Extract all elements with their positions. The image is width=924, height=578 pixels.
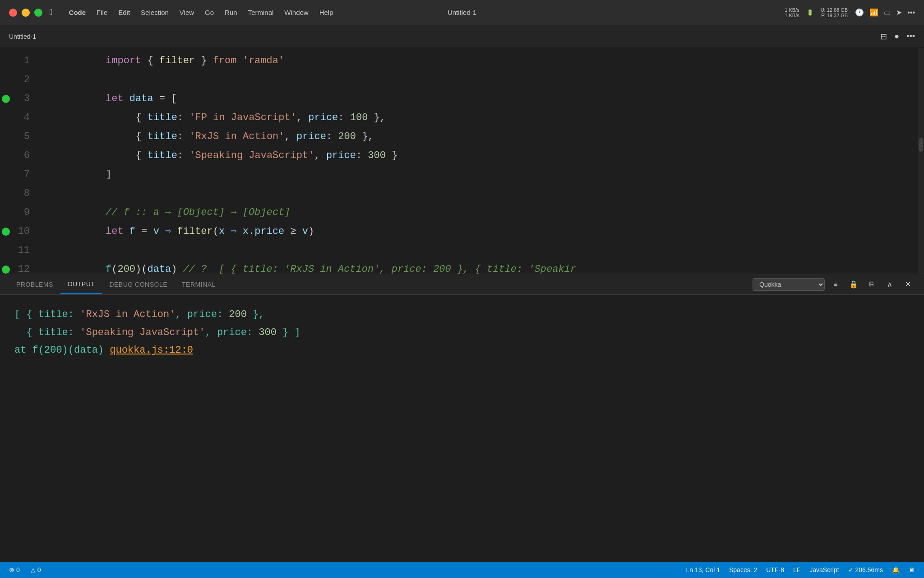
language-mode[interactable]: JavaScript: [809, 566, 839, 573]
menu-selection[interactable]: Selection: [135, 7, 174, 18]
menu-go[interactable]: Go: [199, 7, 219, 18]
clock-icon: 🕐: [855, 8, 864, 17]
encoding[interactable]: UTF-8: [766, 566, 784, 573]
memory-stats: U: 12.68 GB F: 19.32 GB: [821, 7, 848, 18]
line-number-11: 11: [12, 241, 39, 260]
lock-icon[interactable]: 🔒: [846, 277, 861, 292]
gutter-3: [0, 95, 12, 103]
line-number-6: 6: [12, 146, 39, 165]
output-selector[interactable]: Quokka Git Tasks: [753, 278, 825, 291]
line-number-7: 7: [12, 165, 39, 184]
gutter-6: [0, 152, 12, 160]
gutter-11: [0, 247, 12, 255]
output-panel: PROBLEMS OUTPUT DEBUG CONSOLE TERMINAL Q…: [0, 274, 924, 562]
output-line-2: { title: 'Speaking JavaScript', price: 3…: [14, 324, 910, 342]
line-number-5: 5: [12, 127, 39, 146]
system-stats: 1 KB/s 1 KB/s 🔋 U: 12.68 GB F: 19.32 GB …: [785, 7, 915, 18]
status-bar: ⊗ 0 △ 0 Ln 13, Col 1 Spaces: 2 UTF-8 LF …: [0, 562, 924, 578]
gutter-9: [0, 209, 12, 217]
code-line-1: 1 import { filter } from 'ramda': [0, 51, 924, 70]
arrow-icon: ➤: [896, 8, 902, 17]
gutter-4: [0, 114, 12, 122]
line-number-2: 2: [12, 70, 39, 89]
output-line-1: [ { title: 'RxJS in Action', price: 200 …: [14, 306, 910, 324]
editor-tab-title[interactable]: Untitled-1: [9, 33, 36, 40]
line-number-1: 1: [12, 51, 39, 70]
more-icon: •••: [907, 9, 915, 17]
collapse-panel-icon[interactable]: ∧: [882, 277, 897, 292]
gutter-12: [0, 266, 12, 274]
code-lines: 1 import { filter } from 'ramda' 2 3 let…: [0, 48, 924, 274]
line-number-9: 9: [12, 203, 39, 222]
gutter-7: [0, 171, 12, 179]
error-count[interactable]: ⊗ 0: [9, 566, 20, 573]
line-number-4: 4: [12, 108, 39, 127]
timing-badge: ✓ 206.56ms: [848, 566, 883, 573]
header-actions: ⊟ ● •••: [880, 32, 915, 42]
copy-icon[interactable]: ⎘: [864, 277, 879, 292]
gutter-2: [0, 76, 12, 84]
gutter-1: [0, 57, 12, 65]
line-number-10: 10: [12, 222, 39, 241]
line-content-12: f(200)(data) // ? [ { title: 'RxJS in Ac…: [39, 241, 924, 274]
split-editor-icon[interactable]: ⊟: [880, 32, 887, 42]
minimize-button[interactable]: [22, 9, 30, 17]
circle-icon: ●: [894, 32, 899, 41]
menu-window[interactable]: Window: [279, 7, 314, 18]
panel-actions: Quokka Git Tasks ≡ 🔒 ⎘ ∧ ✕: [753, 277, 915, 292]
scrollbar-thumb[interactable]: [919, 138, 923, 152]
cursor-position[interactable]: Ln 13, Col 1: [686, 566, 720, 573]
editor-header: Untitled-1 ⊟ ● •••: [0, 25, 924, 48]
indent-setting[interactable]: Spaces: 2: [729, 566, 757, 573]
tab-problems[interactable]: PROBLEMS: [9, 275, 60, 294]
line-number-8: 8: [12, 184, 39, 203]
system-icons: 🕐 📶 ▭ ➤ •••: [855, 8, 915, 17]
network-stats: 1 KB/s 1 KB/s: [785, 7, 799, 18]
notification-icon[interactable]: 🔔: [892, 566, 900, 573]
panel-content: [ { title: 'RxJS in Action', price: 200 …: [0, 295, 924, 562]
menu-edit[interactable]: Edit: [113, 7, 135, 18]
code-line-7: 7 ]: [0, 165, 924, 184]
title-bar:  Code File Edit Selection View Go Run T…: [0, 0, 924, 25]
warning-icon: △: [31, 566, 36, 573]
menu-help[interactable]: Help: [314, 7, 339, 18]
clear-output-icon[interactable]: ≡: [828, 277, 843, 292]
output-line-3: at f(200)(data) quokka.js:12:0: [14, 341, 910, 359]
code-line-12: 12 f(200)(data) // ? [ { title: 'RxJS in…: [0, 260, 924, 274]
tab-output[interactable]: OUTPUT: [60, 275, 102, 294]
gutter-5: [0, 133, 12, 141]
close-panel-icon[interactable]: ✕: [901, 277, 915, 292]
menu-file[interactable]: File: [91, 7, 113, 18]
remote-icon[interactable]: 🖥: [909, 566, 915, 573]
menu-code[interactable]: Code: [64, 7, 92, 18]
menu-view[interactable]: View: [174, 7, 199, 18]
line-number-3: 3: [12, 89, 39, 108]
editor-area[interactable]: 1 import { filter } from 'ramda' 2 3 let…: [0, 48, 924, 274]
traffic-lights: [9, 9, 42, 17]
close-button[interactable]: [9, 9, 17, 17]
more-options-icon[interactable]: •••: [906, 32, 915, 41]
menu-bar:  Code File Edit Selection View Go Run T…: [50, 7, 785, 18]
gutter-10: [0, 228, 12, 236]
gutter-8: [0, 190, 12, 198]
warning-count[interactable]: △ 0: [31, 566, 41, 573]
battery-icon: 🔋: [807, 9, 813, 16]
error-icon: ⊗: [9, 566, 14, 573]
maximize-button[interactable]: [34, 9, 42, 17]
menu-terminal[interactable]: Terminal: [243, 7, 279, 18]
line-number-12: 12: [12, 260, 39, 274]
tab-terminal[interactable]: TERMINAL: [175, 275, 223, 294]
status-right: Ln 13, Col 1 Spaces: 2 UTF-8 LF JavaScri…: [686, 566, 915, 573]
code-line-10: 10 let f = v ⇒ filter(x ⇒ x.price ≥ v): [0, 222, 924, 241]
eol[interactable]: LF: [793, 566, 800, 573]
tab-debug-console[interactable]: DEBUG CONSOLE: [102, 275, 175, 294]
controlstrip-icon: ▭: [884, 8, 891, 17]
menu-run[interactable]: Run: [219, 7, 243, 18]
wifi-icon: 📶: [869, 8, 878, 17]
panel-tabs: PROBLEMS OUTPUT DEBUG CONSOLE TERMINAL Q…: [0, 274, 924, 295]
apple-logo-icon: : [50, 8, 53, 17]
editor-main: Untitled-1 ⊟ ● ••• 1 import { filter } f…: [0, 25, 924, 578]
window-title: Untitled-1: [448, 9, 476, 16]
editor-scrollbar[interactable]: [918, 48, 924, 274]
